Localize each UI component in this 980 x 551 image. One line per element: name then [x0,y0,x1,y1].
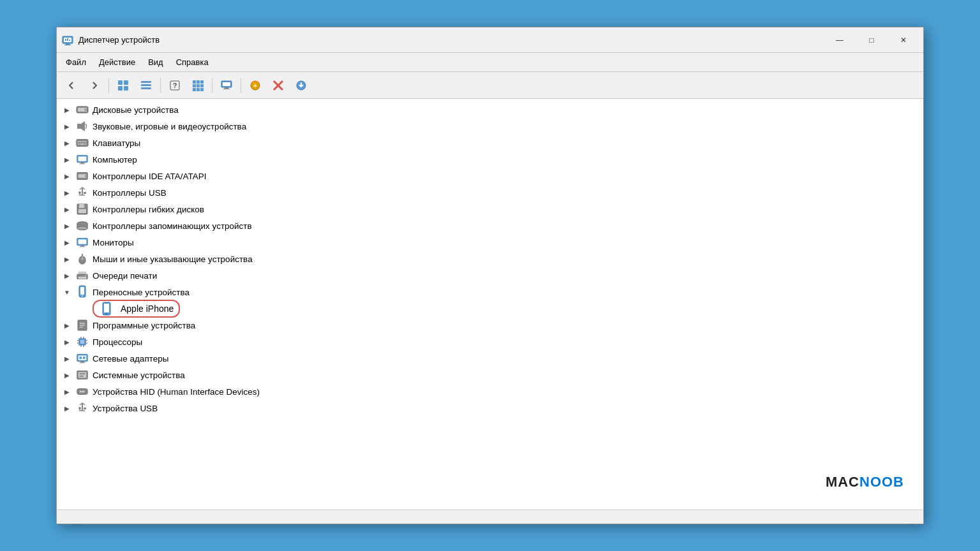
disk-icon [76,103,89,116]
tree-item-floppy[interactable]: ▶ Контроллеры гибких дисков [57,201,923,217]
watermark: MACNOOB [826,474,904,490]
tree-item-processors[interactable]: ▶ Процессоры [57,334,923,350]
close-button[interactable]: ✕ [889,31,918,50]
watermark-mac: MAC [826,474,859,490]
view-device-by-type-button[interactable] [112,75,134,96]
menu-file[interactable]: Файл [59,55,93,70]
svg-rect-103 [79,373,85,374]
tree-item-keyboard[interactable]: ▶ Клавиатуры [57,135,923,151]
chevron-disk: ▶ [62,105,72,115]
toolbar-separator-2 [160,78,161,93]
svg-rect-80 [105,303,108,304]
svg-rect-65 [79,246,85,247]
ide-icon [76,170,89,182]
help-button[interactable]: ? [164,75,186,96]
mouse-label: Мыши и иные указывающие устройства [93,254,253,264]
title-bar: Диспетчер устройств — □ ✕ [57,27,923,53]
hid-label: Устройства HID (Human Interface Devices) [93,387,260,397]
tree-item-storage[interactable]: ▶ Контроллеры запоминающих устройств [57,217,923,234]
svg-rect-43 [85,141,87,142]
toolbar-separator-4 [241,78,241,93]
svg-rect-98 [79,362,85,363]
svg-rect-41 [80,141,82,142]
tree-item-network[interactable]: ▶ Сетевые адаптеры [57,350,923,367]
svg-rect-72 [78,277,87,279]
portable-icon [76,286,89,298]
tree-item-ide[interactable]: ▶ Контроллеры IDE ATA/ATAPI [57,168,923,184]
svg-rect-70 [78,272,87,275]
storage-label: Контроллеры запоминающих устройств [93,221,252,231]
tree-item-audio[interactable]: ▶ Звуковые, игровые и видеоустройства [57,118,923,135]
tree-item-mouse[interactable]: ▶ Мыши и иные указывающие устройства [57,251,923,267]
svg-point-73 [85,275,87,276]
remove-button[interactable] [267,75,289,96]
chevron-network: ▶ [62,353,72,364]
window-controls: — □ ✕ [825,31,918,50]
svg-rect-4 [65,39,66,41]
menu-view[interactable]: Вид [142,55,170,70]
view-resources-button[interactable] [135,75,157,96]
svg-point-76 [82,295,83,297]
computer-icon [76,153,89,166]
chevron-storage: ▶ [62,221,72,231]
watermark-noob: NOOB [859,474,904,490]
tree-item-usb-ctrl[interactable]: ▶ Контроллеры USB [57,184,923,201]
svg-rect-18 [200,80,204,84]
svg-rect-11 [141,81,151,83]
svg-rect-13 [141,87,151,89]
back-button[interactable] [61,75,82,96]
svg-rect-86 [80,340,84,344]
maximize-button[interactable]: □ [857,31,886,50]
tree-item-usb-dev[interactable]: ▶ Устройства USB [57,400,923,416]
disk-label: Дисковые устройства [93,105,179,115]
monitors-label: Мониторы [93,238,134,247]
system-label: Системные устройства [93,371,185,380]
computer-button[interactable] [216,75,237,96]
svg-rect-97 [80,362,84,363]
svg-rect-39 [77,140,88,147]
view-grid-button[interactable] [187,75,209,96]
tree-item-system[interactable]: ▶ Системные устройства [57,367,923,383]
tree-item-hid[interactable]: ▶ Устройства HID (Human Interface Device… [57,383,923,400]
chevron-monitors: ▶ [62,237,72,247]
audio-label: Звуковые, игровые и видеоустройства [93,122,246,131]
app-icon [62,34,73,46]
tree-item-software[interactable]: ▶ Программные устройства [57,317,923,334]
svg-rect-63 [78,239,87,244]
forward-button[interactable] [84,75,105,96]
svg-rect-58 [84,205,85,207]
update-driver-button[interactable] [290,75,312,96]
minimize-button[interactable]: — [825,31,854,50]
processor-icon [76,335,89,348]
svg-rect-6 [69,40,70,41]
storage-icon [76,219,89,232]
system-icon [76,369,89,381]
tree-item-computer[interactable]: ▶ Компьютер [57,151,923,168]
svg-rect-3 [64,45,71,45]
svg-rect-2 [66,43,70,45]
svg-point-61 [77,226,87,230]
svg-rect-99 [79,356,82,359]
menu-action[interactable]: Действие [93,55,142,70]
svg-rect-48 [78,156,87,161]
portable-label: Переносные устройства [93,288,189,297]
toolbar: ? [57,72,923,99]
device-tree[interactable]: ▶ Дисковые устройства ▶ Звуковые, игровы… [57,99,923,510]
svg-rect-111 [84,408,86,409]
ide-label: Контроллеры IDE ATA/ATAPI [93,172,206,181]
device-manager-window: Диспетчер устройств — □ ✕ Файл Действие … [56,27,924,524]
svg-rect-57 [79,204,84,208]
network-icon [76,352,89,365]
tree-item-disk[interactable]: ▶ Дисковые устройства [57,101,923,118]
add-driver-button[interactable]: + [244,75,266,96]
tree-item-print[interactable]: ▶ Очереди печати [57,267,923,284]
svg-point-79 [106,313,108,315]
tree-item-monitors[interactable]: ▶ Мониторы [57,234,923,251]
svg-rect-46 [85,143,87,145]
svg-rect-5 [67,38,68,41]
menu-help[interactable]: Справка [170,55,215,70]
tree-item-iphone[interactable]: ▶ Apple iPhone [57,300,923,317]
svg-rect-8 [124,80,128,85]
keyboard-icon [76,136,89,149]
tree-item-portable[interactable]: ▼ Переносные устройства [57,284,923,300]
